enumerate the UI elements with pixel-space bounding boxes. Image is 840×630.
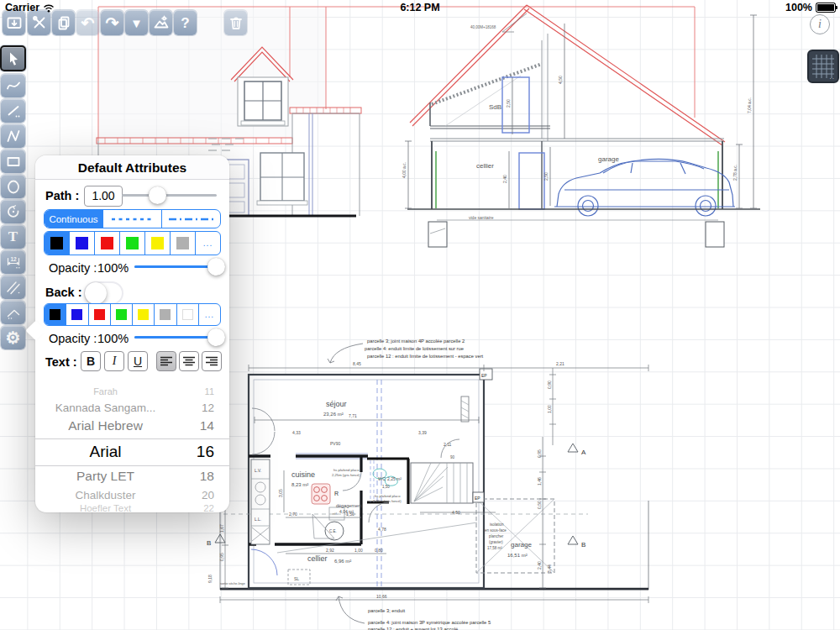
svg-text:4,50: 4,50: [558, 76, 563, 84]
svg-text:9,18: 9,18: [207, 575, 213, 583]
align-left-button[interactable]: [156, 351, 176, 371]
rectangle-tool[interactable]: [1, 150, 25, 173]
svg-text:plancher: plancher: [489, 534, 504, 538]
fill-color-green[interactable]: [110, 304, 132, 325]
wifi-icon: [43, 3, 55, 13]
angle-tool[interactable]: [1, 301, 25, 324]
fill-color-white[interactable]: [176, 304, 198, 325]
undo-icon: ↶: [81, 15, 95, 31]
fill-color-blue[interactable]: [66, 304, 87, 325]
fill-color-gray[interactable]: [154, 304, 176, 325]
bold-button[interactable]: B: [81, 351, 101, 371]
line-style-dashed[interactable]: [102, 210, 161, 228]
svg-text:réf.: réf.: [333, 512, 338, 516]
path-width-input[interactable]: 1.00: [84, 186, 123, 207]
more-colors-icon: ...: [203, 239, 213, 248]
select-tool[interactable]: [0, 45, 26, 71]
font-option[interactable]: Chalkduster 20: [35, 487, 229, 502]
ellipse-tool[interactable]: [1, 175, 25, 198]
path-width-slider-knob[interactable]: [149, 186, 166, 204]
svg-text:sortie sèche-linge: sortie sèche-linge: [220, 582, 245, 585]
svg-text:12: 12: [10, 256, 17, 262]
svg-text:40,00M+18168: 40,00M+18168: [470, 25, 496, 29]
svg-text:0,90: 0,90: [547, 381, 552, 389]
svg-text:L.V.: L.V.: [255, 469, 261, 473]
car-drawing: [554, 159, 735, 216]
svg-text:4,33: 4,33: [292, 430, 301, 435]
plan-drawing: séjour 23,26 m² cuisine 8,23 m² dégageme…: [207, 339, 648, 630]
back-toggle[interactable]: [84, 281, 123, 305]
underline-button[interactable]: U: [128, 351, 148, 371]
stroke-opacity-knob[interactable]: [207, 258, 225, 276]
stroke-color-more[interactable]: ...: [195, 232, 220, 255]
rotate-tool[interactable]: [1, 200, 25, 223]
fill-color-yellow[interactable]: [132, 304, 154, 325]
stroke-color-green[interactable]: [119, 232, 144, 255]
stroke-color-gray[interactable]: [170, 232, 195, 255]
fill-opacity-slider[interactable]: [134, 336, 217, 339]
clock: 6:12 PM: [370, 2, 470, 13]
svg-text:90: 90: [450, 455, 455, 459]
font-option[interactable]: Party LET 18: [35, 467, 229, 486]
fill-color-red[interactable]: [88, 304, 110, 325]
polyline-tool[interactable]: [1, 124, 25, 148]
image-icon: [153, 14, 170, 31]
svg-text:2,78 a.c.: 2,78 a.c.: [732, 165, 738, 181]
fill-opacity-value: 100%: [97, 332, 129, 345]
grid-settings-button[interactable]: ..: [807, 50, 839, 83]
stroke-color-red[interactable]: [94, 232, 119, 255]
font-option-selected[interactable]: Arial 16: [35, 438, 229, 465]
font-option[interactable]: Arial Hebrew 14: [35, 417, 229, 435]
path-width-slider[interactable]: [122, 194, 217, 197]
color-chip: [50, 309, 60, 320]
back-toggle-knob[interactable]: [85, 282, 107, 304]
align-right-button[interactable]: [202, 351, 222, 371]
svg-text:2,21: 2,21: [556, 361, 564, 366]
stroke-color-yellow[interactable]: [144, 232, 170, 255]
curve-icon: [5, 77, 22, 94]
fill-opacity-knob[interactable]: [207, 328, 225, 346]
svg-text:parcelle 4: joint maison 3P s: parcelle 4: joint maison 3P symétrique a…: [368, 620, 491, 625]
italic-button[interactable]: I: [104, 351, 124, 371]
stroke-opacity-slider[interactable]: [134, 265, 217, 268]
svg-text:2,50: 2,50: [543, 172, 549, 181]
svg-text:B: B: [581, 541, 585, 549]
align-center-button[interactable]: [179, 351, 199, 371]
svg-text:2,25m (gris foncé): 2,25m (gris foncé): [332, 473, 360, 477]
text-tool[interactable]: T: [1, 225, 25, 249]
fill-color-more[interactable]: ...: [198, 304, 220, 325]
curve-tool[interactable]: [1, 74, 25, 97]
text-label: Text :: [45, 355, 77, 369]
import-icon: [6, 14, 23, 31]
svg-text:SdB: SdB: [489, 103, 501, 111]
ellipse-icon: [5, 178, 22, 195]
svg-text:0,50: 0,50: [537, 501, 542, 509]
font-picker-wheel[interactable]: Farah 11 Kannada Sangam... 12 Arial Hebr…: [35, 378, 229, 512]
parallel-lines-tool[interactable]: [1, 276, 25, 299]
dimension-tool[interactable]: 12: [1, 250, 25, 274]
svg-text:parcelle 3; enduit: parcelle 3; enduit: [368, 608, 406, 613]
rotate-icon: [5, 203, 22, 220]
svg-text:parcelle 12 : enduit limite d: parcelle 12 : enduit limite de lotisseme…: [367, 354, 484, 359]
line-style-continuous[interactable]: Continuous: [45, 210, 102, 228]
section-drawing: SdB cellier garage vide sanitaire 40,00M…: [402, 5, 760, 247]
stroke-color-blue[interactable]: [69, 232, 94, 255]
settings-tool[interactable]: ⚙: [1, 326, 25, 349]
font-option[interactable]: Hoefler Text 22: [35, 502, 229, 512]
line-tool[interactable]: [1, 99, 25, 123]
battery-percent: 100%: [785, 2, 812, 13]
svg-text:1,67: 1,67: [219, 524, 224, 533]
more-colors-icon: ...: [205, 310, 214, 319]
font-option[interactable]: Farah 11: [35, 385, 229, 398]
info-button[interactable]: i: [810, 14, 830, 34]
dimension-icon: 12: [5, 254, 22, 270]
stroke-color-black[interactable]: [45, 232, 69, 255]
svg-text:1,00: 1,00: [354, 548, 363, 553]
color-chip: [94, 309, 105, 320]
line-style-dashdot[interactable]: [161, 210, 220, 228]
font-option[interactable]: Kannada Sangam... 12: [35, 400, 229, 415]
svg-text:4,78: 4,78: [378, 527, 386, 532]
color-chip: [71, 309, 82, 320]
svg-text:séjour: séjour: [326, 400, 347, 408]
fill-color-black[interactable]: [45, 304, 66, 325]
